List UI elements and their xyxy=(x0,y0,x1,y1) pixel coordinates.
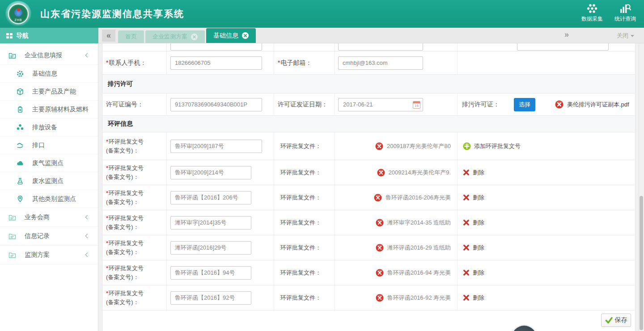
calendar-icon[interactable]: 15 xyxy=(413,101,420,109)
outfall-icon xyxy=(16,141,24,149)
sidebar-item-emission-equipment[interactable]: 排放设备 xyxy=(0,119,98,136)
fan-icon xyxy=(16,123,24,132)
tab-scroll-left-button[interactable]: « xyxy=(102,30,115,42)
eia-doc-label: *环评批复文号(备案文号)： xyxy=(102,239,144,257)
cube-icon xyxy=(16,88,24,96)
remove-file-icon[interactable] xyxy=(376,219,384,227)
scrollbar-thumb[interactable] xyxy=(640,196,643,330)
folder-icon xyxy=(8,51,17,59)
eia-row: *环评批复文号(备案文号)： 环评批复文件： 2009214寿光美伦年产9. 删… xyxy=(102,160,635,185)
remove-file-icon[interactable] xyxy=(375,142,383,150)
delete-eia-button[interactable]: 删除 xyxy=(473,269,484,277)
delete-x-icon[interactable] xyxy=(463,169,470,176)
permit-date-label: 许可证发证日期： xyxy=(274,101,328,109)
sidebar-item-outfall[interactable]: 排口 xyxy=(0,136,98,154)
remove-file-icon[interactable] xyxy=(376,294,384,302)
eia-doc-input[interactable] xyxy=(170,241,251,255)
required-star: * xyxy=(106,290,108,297)
delete-x-icon[interactable] xyxy=(463,269,470,276)
eia-doc-input[interactable] xyxy=(170,140,262,153)
eia-file-label: 环评批复文件： xyxy=(274,219,321,227)
eia-file-name[interactable]: 鲁环评函2016-92 寿光美 xyxy=(387,294,451,302)
remove-file-icon[interactable] xyxy=(377,169,385,177)
eia-file-name[interactable]: 鲁环评函2016-206寿光美 xyxy=(386,194,451,202)
permit-file-name[interactable]: 美伦排污许可证副本.pdf xyxy=(567,101,629,109)
permit-no-label: 许可证编号： xyxy=(102,101,144,109)
remove-file-icon[interactable] xyxy=(374,194,382,202)
tab-basic-info-label: 基础信息 xyxy=(213,32,238,40)
delete-x-icon[interactable] xyxy=(463,244,470,251)
sidebar-item-raw-materials-fuel[interactable]: 主要原辅材料及燃料 xyxy=(0,101,98,119)
eia-doc-label: *环评批复文号(备案文号)： xyxy=(102,137,144,155)
delete-x-icon[interactable] xyxy=(463,219,470,226)
eia-file-name[interactable]: 2009187寿光美伦年产80 xyxy=(387,142,451,150)
remove-file-icon[interactable] xyxy=(376,269,384,277)
close-icon[interactable] xyxy=(242,32,249,39)
email-input[interactable] xyxy=(338,56,423,70)
stats-query-button[interactable]: 统计查询 xyxy=(614,3,636,23)
logo-text: ZHB xyxy=(9,18,28,21)
delete-eia-button[interactable]: 删除 xyxy=(473,244,484,252)
tab-scroll-right-button[interactable]: » xyxy=(564,30,569,39)
eia-file-name[interactable]: 2009214寿光美伦年产9. xyxy=(389,169,451,177)
app-logo: ZHB xyxy=(5,1,31,27)
choose-file-button[interactable]: 选择 xyxy=(514,98,535,111)
remove-file-icon[interactable] xyxy=(376,244,384,252)
delete-x-icon[interactable] xyxy=(463,194,470,201)
sidebar-item-waste-water-points[interactable]: 废水监测点 xyxy=(0,172,98,190)
permit-date-input[interactable]: 2017-06-21 15 xyxy=(338,98,423,111)
eia-file-name[interactable]: 潍环审字2014-35 造纸助 xyxy=(387,219,451,227)
nav-label: 导航 xyxy=(16,32,29,40)
close-icon[interactable] xyxy=(191,34,198,40)
tab-basic-info[interactable]: 基础信息 xyxy=(206,28,256,43)
location-pin-icon xyxy=(16,195,24,203)
tab-home[interactable]: 首页 xyxy=(118,30,144,43)
eia-doc-input[interactable] xyxy=(170,216,251,229)
data-collect-label: 数据采集 xyxy=(581,15,603,23)
eia-doc-input[interactable] xyxy=(170,191,251,204)
delete-x-icon[interactable] xyxy=(463,294,470,301)
sidebar-item-label: 废水监测点 xyxy=(32,177,64,185)
folder-icon xyxy=(8,232,17,240)
delete-eia-button[interactable]: 删除 xyxy=(473,169,484,177)
delete-eia-button[interactable]: 删除 xyxy=(473,294,484,302)
sidebar-item-label: 主要产品及产能 xyxy=(32,88,76,96)
sidebar-item-products-capacity[interactable]: 主要产品及产能 xyxy=(0,83,98,101)
sidebar-item-waste-gas-points[interactable]: 废气监测点 xyxy=(0,154,98,172)
sidebar-group-business-consult[interactable]: 业务会商 xyxy=(0,208,98,227)
partial-input-3[interactable] xyxy=(517,43,609,51)
sidebar-group-enterprise-info[interactable]: 企业信息填报 xyxy=(0,46,98,65)
sub-bar: 导航 « 首页 企业监测方案 基础信息 » 关闭 xyxy=(0,28,644,43)
remove-file-icon[interactable] xyxy=(555,100,564,109)
permit-no-input[interactable] xyxy=(170,98,262,111)
email-label: *电子邮箱： xyxy=(274,59,312,67)
delete-eia-button[interactable]: 删除 xyxy=(473,194,484,202)
dots-cluster-icon xyxy=(586,3,598,14)
save-button[interactable]: 保存 xyxy=(601,314,631,327)
sidebar-group-info-record[interactable]: 信息记录 xyxy=(0,227,98,246)
eia-file-name[interactable]: 鲁环评函2016-94 寿光美 xyxy=(387,269,451,277)
eia-doc-input[interactable] xyxy=(170,266,251,280)
tab-enterprise-monitor-plan[interactable]: 企业监测方案 xyxy=(145,30,205,43)
partial-input-2[interactable] xyxy=(338,43,423,51)
add-icon[interactable] xyxy=(463,142,471,150)
nav-strip[interactable]: 导航 xyxy=(0,28,98,43)
delete-eia-button[interactable]: 删除 xyxy=(473,219,484,227)
data-collect-button[interactable]: 数据采集 xyxy=(581,3,603,23)
eia-row: *环评批复文号(备案文号)： 环评批复文件： 2009187寿光美伦年产80 添… xyxy=(102,132,635,160)
phone-input[interactable] xyxy=(170,56,262,70)
sidebar-item-label: 业务会商 xyxy=(25,213,50,221)
required-star: * xyxy=(106,59,108,66)
sidebar-item-other-monitor-points[interactable]: 其他类别监测点 xyxy=(0,190,98,208)
eia-doc-input[interactable] xyxy=(170,291,251,305)
scrollbar-track[interactable] xyxy=(639,43,644,331)
close-menu-button[interactable]: 关闭 xyxy=(617,32,634,40)
sidebar-item-label: 企业信息填报 xyxy=(25,51,62,59)
partial-input-1[interactable] xyxy=(170,43,262,51)
sidebar-item-basic-info[interactable]: 基础信息 xyxy=(0,65,98,83)
permit-date-value: 2017-06-21 xyxy=(343,101,373,108)
eia-doc-input[interactable] xyxy=(170,166,251,179)
eia-file-name[interactable]: 潍环评函2016-29 造纸助 xyxy=(387,244,451,252)
add-eia-button[interactable]: 添加环评批复文号 xyxy=(474,142,521,150)
sidebar-group-monitor-plan[interactable]: 监测方案 xyxy=(0,246,98,264)
